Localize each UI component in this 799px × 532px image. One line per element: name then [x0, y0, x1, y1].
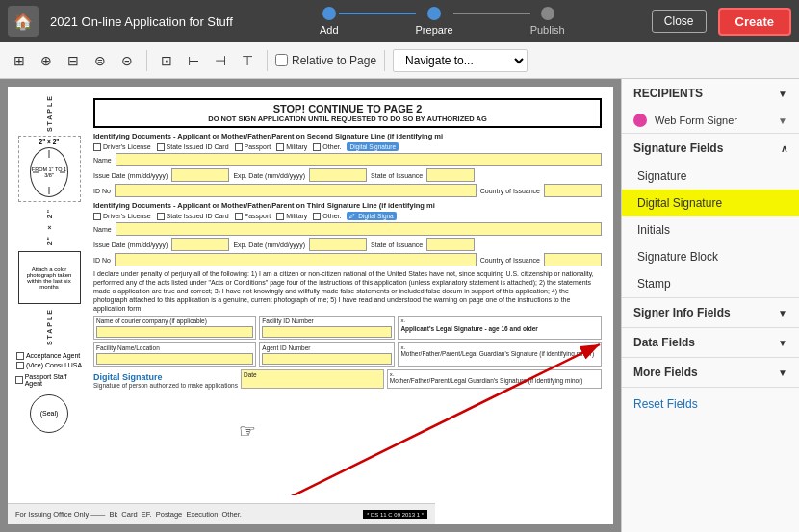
doc-main: STOP! CONTINUE TO PAGE 2 DO NOT SIGN APP…: [90, 94, 606, 495]
sig-field-digital[interactable]: Digital Signature: [622, 190, 799, 216]
facility-name-label: Facility Name/Location: [96, 344, 253, 351]
toolbar-btn-6[interactable]: ⊡: [155, 49, 178, 72]
facility-name-field[interactable]: [96, 353, 253, 365]
cb2-state-id-box[interactable]: [157, 213, 165, 220]
state-field1[interactable]: [426, 168, 475, 182]
sig-fields-header[interactable]: Signature Fields ∧: [622, 134, 799, 163]
step-label-publish: Publish: [530, 24, 565, 36]
toolbar-btn-8[interactable]: ⊣: [209, 49, 232, 72]
sig-field-signature[interactable]: Signature: [622, 163, 799, 190]
exp-date-field1[interactable]: [309, 168, 367, 182]
step-dot-add: [322, 7, 336, 20]
legal-sig-label: Applicant's Legal Signature - age 16 and…: [400, 325, 599, 332]
bottom-grid-1: Name of courier company (if applicable) …: [93, 316, 602, 340]
bottom-bar: For Issuing Office Only —— Bk Card EF. P…: [8, 503, 435, 524]
name-field2[interactable]: [116, 222, 602, 236]
data-fields-header[interactable]: Data Fields ▼: [622, 328, 799, 357]
agent-id-label: Agent ID Number: [262, 344, 392, 351]
exp-date-label1: Exp. Date (mm/dd/yyyy): [233, 172, 305, 179]
sig-field-initials-label: Initials: [637, 223, 670, 237]
cb2-military: Military: [276, 213, 307, 220]
relative-checkbox[interactable]: [275, 54, 288, 66]
sig-fields-section: Signature Fields ∧ Signature Digital Sig…: [622, 134, 799, 298]
issue-date-field1[interactable]: [171, 168, 229, 182]
progress-step-publish[interactable]: Publish: [530, 7, 565, 36]
agent-id-field[interactable]: [262, 353, 392, 365]
cb2-passport-box[interactable]: [235, 213, 243, 220]
cb2-drivers-box[interactable]: [93, 213, 101, 220]
state-field2[interactable]: [426, 238, 475, 251]
dig-sig-subtitle: Signature of person authorized to make a…: [93, 382, 238, 389]
toolbar-btn-3[interactable]: ⊟: [62, 49, 85, 72]
more-fields-label: More Fields: [633, 366, 698, 379]
progress-step-add[interactable]: Add: [320, 7, 339, 36]
facility-id-field[interactable]: [262, 326, 392, 338]
home-button[interactable]: 🏠: [8, 6, 39, 37]
passport-checkbox[interactable]: [15, 376, 23, 384]
signer-info-section: Signer Info Fields ▼: [622, 298, 799, 328]
recipients-label: RECIPIENTS: [633, 87, 703, 100]
reset-fields-link[interactable]: Reset Fields: [633, 397, 698, 411]
sig-field-initials[interactable]: Initials: [622, 216, 799, 243]
name-label2: Name: [93, 226, 112, 233]
courier-cell: Name of courier company (if applicable): [93, 316, 256, 340]
more-fields-header[interactable]: More Fields ▼: [622, 358, 799, 387]
cb-state-id-box[interactable]: [157, 143, 165, 151]
cb-military-box[interactable]: [276, 143, 284, 151]
state-label1: State of Issuance: [371, 172, 423, 179]
toolbar-btn-5[interactable]: ⊝: [116, 49, 139, 72]
name-field1[interactable]: [116, 153, 602, 166]
date-row2: Issue Date (mm/dd/yyyy) Exp. Date (mm/dd…: [93, 238, 602, 251]
staple-label-bottom: STAPLE: [46, 308, 53, 345]
toolbar-btn-2[interactable]: ⊕: [35, 49, 58, 72]
courier-field[interactable]: [96, 326, 253, 338]
date-field-bottom[interactable]: Date: [241, 369, 384, 389]
cb2-military-box[interactable]: [276, 213, 284, 220]
more-fields-section: More Fields ▼: [622, 358, 799, 388]
cb-drivers-box[interactable]: [93, 143, 101, 151]
cb-other: Other.: [313, 143, 341, 151]
relative-to-page-check[interactable]: Relative to Page: [275, 54, 376, 67]
recipients-header[interactable]: RECIPIENTS ▼: [622, 79, 799, 108]
create-button[interactable]: Create: [718, 8, 791, 36]
sig-field-sig-block[interactable]: Signature Block: [622, 243, 799, 270]
signer-info-header[interactable]: Signer Info Fields ▼: [622, 298, 799, 327]
exp-date-field2[interactable]: [309, 238, 367, 251]
dimensions-label: 2" × 2": [21, 139, 78, 145]
cb-drivers-label: Driver's License: [103, 143, 151, 150]
declaration-para: I declare under penalty of perjury all o…: [93, 269, 602, 313]
document-inner: STAPLE 2" × 2" FROM 1" TO 1 3/8" 2" × 2"…: [8, 87, 613, 524]
step-label-add: Add: [320, 24, 339, 36]
cb2-other-box[interactable]: [313, 213, 321, 220]
exp-date-label2: Exp. Date (mm/dd/yyyy): [233, 241, 305, 248]
cb2-state-id: State Issued ID Card: [157, 213, 229, 220]
seal: (Seal): [30, 394, 68, 433]
id-no-field2[interactable]: [115, 253, 477, 266]
country-field1[interactable]: [544, 184, 602, 197]
name-row1: Name: [93, 153, 602, 166]
toolbar-btn-9[interactable]: ⊤: [236, 49, 259, 72]
acceptance-label: Acceptance Agent: [26, 352, 80, 359]
seal-label: (Seal): [40, 410, 59, 417]
signer-info-chevron: ▼: [778, 308, 787, 318]
country-field2[interactable]: [544, 253, 602, 266]
passport-label: Passport Staff Agent: [25, 373, 83, 387]
issue-date-field2[interactable]: [171, 238, 229, 251]
id-no-label2: ID No: [93, 257, 111, 264]
close-button[interactable]: Close: [652, 10, 707, 33]
toolbar-btn-4[interactable]: ⊜: [89, 49, 112, 72]
document-area[interactable]: STAPLE 2" × 2" FROM 1" TO 1 3/8" 2" × 2"…: [0, 79, 621, 532]
cb-passport-box[interactable]: [235, 143, 243, 151]
more-fields-chevron: ▼: [778, 367, 787, 378]
cb-other-box[interactable]: [313, 143, 321, 151]
recipient-item-web-form[interactable]: Web Form Signer ▼: [622, 108, 799, 133]
sig-field-stamp[interactable]: Stamp: [622, 270, 799, 297]
acceptance-row: Acceptance Agent: [16, 352, 82, 360]
id-no-field1[interactable]: [115, 184, 477, 197]
navigate-select[interactable]: Navigate to...: [393, 49, 528, 72]
toolbar-btn-1[interactable]: ⊞: [8, 49, 31, 72]
acceptance-checkbox[interactable]: [16, 352, 24, 360]
consular-checkbox[interactable]: [16, 362, 24, 369]
progress-step-prepare[interactable]: Prepare: [416, 7, 453, 36]
toolbar-btn-7[interactable]: ⊢: [182, 49, 205, 72]
